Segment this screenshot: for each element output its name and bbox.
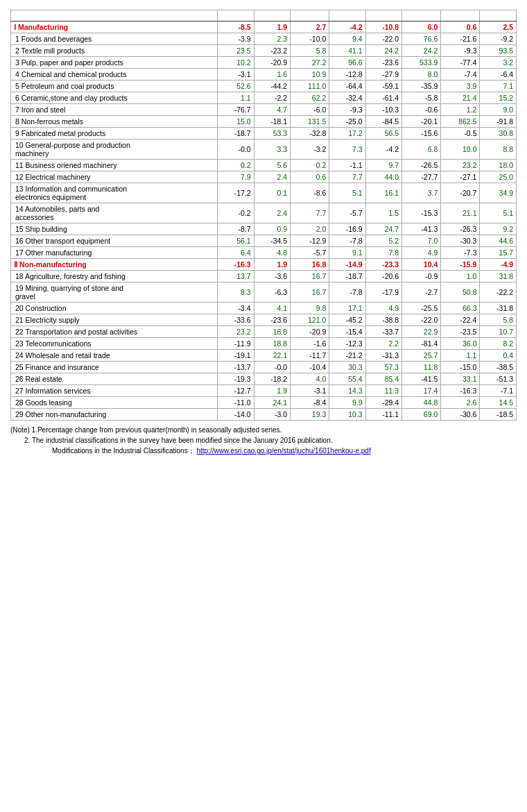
header-feb (402, 10, 441, 22)
table-row: 9 Fabricated metal products-18.753.3-32.… (11, 128, 517, 139)
cell-value: 8.3 (218, 282, 254, 303)
cell-value: -76.7 (218, 104, 254, 116)
row-label: 9 Fabricated metal products (11, 128, 218, 139)
cell-value: -27.7 (402, 171, 441, 183)
cell-value: 25.7 (402, 350, 441, 362)
cell-value: 2.2 (365, 338, 401, 350)
cell-value: 30.3 (329, 362, 365, 373)
cell-value: 62.2 (291, 92, 329, 104)
cell-value: -13.7 (218, 362, 254, 373)
cell-value: -11.9 (218, 338, 254, 350)
row-label: 19 Mining, quarrying of stone andgravel (11, 282, 218, 303)
cell-value: -7.8 (329, 235, 365, 247)
cell-value: -12.3 (329, 338, 365, 350)
cell-value: 24.1 (254, 397, 290, 409)
table-row: 26 Real estate-19.3-18.24.055.485.4-41.5… (11, 373, 517, 385)
cell-value: 0.2 (291, 160, 329, 171)
cell-value: 44.6 (480, 235, 517, 247)
cell-value: -61.4 (365, 92, 401, 104)
table-row: 19 Mining, quarrying of stone andgravel8… (11, 282, 517, 303)
row-label: 29 Other non-manufacturing (11, 409, 218, 421)
cell-value: 55.4 (329, 373, 365, 385)
cell-value: 0.2 (218, 160, 254, 171)
cell-value: 5.6 (254, 160, 290, 171)
cell-value: -25.5 (402, 303, 441, 314)
cell-value: -23.3 (365, 259, 401, 271)
cell-value: -23.6 (365, 57, 401, 69)
cell-value: 3.7 (402, 183, 441, 203)
cell-value: 22.9 (402, 326, 441, 338)
cell-value: 18.8 (254, 338, 290, 350)
cell-value: -14.0 (218, 409, 254, 421)
cell-value: 111.0 (291, 81, 329, 92)
cell-value: 57.3 (365, 362, 401, 373)
cell-value: -1.1 (329, 160, 365, 171)
cell-value: 7.7 (291, 203, 329, 223)
cell-value: 7.9 (218, 171, 254, 183)
cell-value: -26.3 (441, 223, 480, 235)
cell-value: 7.0 (402, 235, 441, 247)
cell-value: 10.9 (291, 69, 329, 81)
cell-value: -22.2 (480, 282, 517, 303)
cell-value: -23.6 (254, 314, 290, 326)
cell-value: 85.4 (365, 373, 401, 385)
cell-value: -6.3 (254, 282, 290, 303)
cell-value: -6.4 (480, 69, 517, 81)
cell-value: -0.5 (441, 128, 480, 139)
row-label: 20 Construction (11, 303, 218, 314)
cell-value: 21.1 (441, 203, 480, 223)
cell-value: 16.7 (291, 271, 329, 282)
cell-value: -5.7 (329, 203, 365, 223)
cell-value: 22.1 (254, 350, 290, 362)
cell-value: 1.2 (441, 104, 480, 116)
cell-value: -17.2 (218, 183, 254, 203)
cell-value: 862.5 (441, 116, 480, 128)
table-row: 14 Automobiles, parts andaccessories-0.2… (11, 203, 517, 223)
cell-value: -20.1 (402, 116, 441, 128)
cell-value: 23.2 (218, 326, 254, 338)
cell-value: 1.9 (254, 22, 290, 33)
table-row: 27 Information services-12.71.9-3.114.31… (11, 385, 517, 397)
cell-value: 3.2 (480, 57, 517, 69)
cell-value: 2.5 (480, 22, 517, 33)
cell-value: 121.0 (291, 314, 329, 326)
cell-value: 9.8 (291, 303, 329, 314)
cell-value: 5.2 (365, 235, 401, 247)
cell-value: -59.1 (365, 81, 401, 92)
table-row: 23 Telecommunications-11.918.8-1.6-12.32… (11, 338, 517, 350)
row-label: Ⅰ Manufacturing (11, 22, 218, 33)
cell-value: -25.0 (329, 116, 365, 128)
cell-value: 4.9 (365, 303, 401, 314)
cell-value: 9.0 (480, 104, 517, 116)
cell-value: -26.5 (402, 160, 441, 171)
cell-value: 34.9 (480, 183, 517, 203)
row-label: Ⅱ Non-manufacturing (11, 259, 218, 271)
cell-value: -3.1 (291, 385, 329, 397)
cell-value: -20.7 (441, 183, 480, 203)
cell-value: 23.2 (441, 160, 480, 171)
table-row: 24 Wholesale and retail trade-19.122.1-1… (11, 350, 517, 362)
row-label: 23 Telecommunications (11, 338, 218, 350)
cell-value: 50.8 (441, 282, 480, 303)
header-label (11, 10, 218, 22)
cell-value: -1.6 (291, 338, 329, 350)
cell-value: 8.0 (402, 69, 441, 81)
data-table: Ⅰ Manufacturing-8.51.92.7-4.2-10.86.00.6… (10, 10, 517, 421)
table-row: 10 General-purpose and productionmachine… (11, 139, 517, 160)
cell-value: -10.8 (365, 22, 401, 33)
cell-value: 2.6 (441, 397, 480, 409)
notes-section: (Note) 1.Percentage change from previous… (10, 425, 517, 456)
cell-value: -22.0 (365, 33, 401, 45)
cell-value: 10.7 (480, 326, 517, 338)
cell-value: 41.1 (329, 45, 365, 57)
cell-value: -7.8 (329, 282, 365, 303)
cell-value: 24.2 (365, 45, 401, 57)
cell-value: 24.2 (402, 45, 441, 57)
note-url[interactable]: Modifications in the Industrial Classifi… (10, 446, 517, 456)
table-row: 3 Pulp, paper and paper products10.2-20.… (11, 57, 517, 69)
cell-value: 7.8 (365, 247, 401, 259)
cell-value: 66.3 (441, 303, 480, 314)
cell-value: -23.2 (254, 45, 290, 57)
cell-value: 7.7 (329, 171, 365, 183)
cell-value: -15.6 (402, 128, 441, 139)
